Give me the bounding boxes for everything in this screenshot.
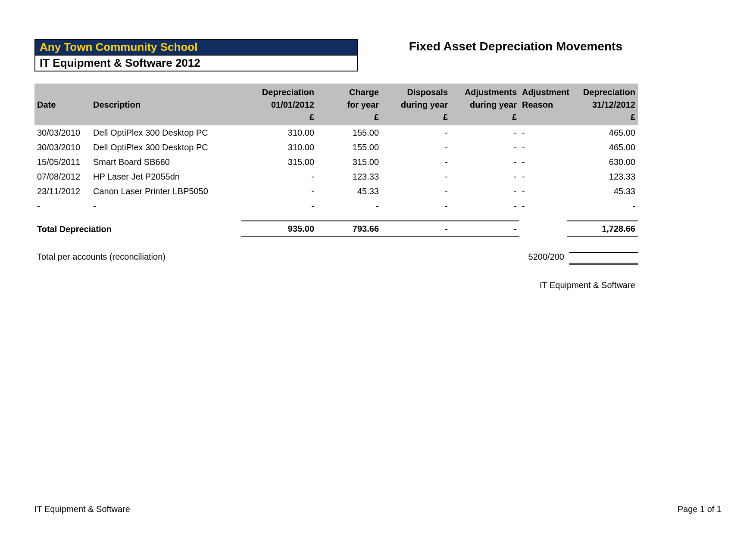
col-charge-l2: for year bbox=[317, 99, 381, 111]
cell-disposals: - bbox=[381, 140, 450, 155]
col-reason-l1: Adjustment bbox=[519, 84, 567, 99]
reconciliation-row: Total per accounts (reconciliation) 5200… bbox=[34, 237, 638, 267]
document-page: Any Town Community School IT Equipment &… bbox=[0, 0, 756, 534]
cell-charge: - bbox=[317, 199, 381, 213]
cell-adjustments: - bbox=[450, 125, 519, 140]
cell-adjustments: - bbox=[450, 155, 519, 169]
col-disposals-l2: during year bbox=[381, 99, 450, 111]
cell-date: 30/03/2010 bbox=[34, 140, 91, 155]
cell-description: Smart Board SB660 bbox=[91, 155, 241, 169]
cell-adjustments: - bbox=[450, 199, 519, 213]
cell-charge: 155.00 bbox=[317, 140, 381, 155]
col-close-l1: Depreciation bbox=[567, 84, 638, 99]
cell-reason: - bbox=[519, 199, 567, 213]
cell-open: - bbox=[241, 184, 317, 199]
cell-adjustments: - bbox=[450, 169, 519, 184]
cell-disposals: - bbox=[381, 169, 450, 184]
report-title: Fixed Asset Depreciation Movements bbox=[409, 39, 722, 53]
currency-symbol: £ bbox=[381, 111, 450, 125]
reconciliation-label: Total per accounts (reconciliation) bbox=[34, 237, 450, 267]
cell-open: - bbox=[241, 169, 317, 184]
cell-description: Dell OptiPlex 300 Desktop PC bbox=[91, 140, 241, 155]
cell-reason: - bbox=[519, 140, 567, 155]
page-footer: IT Equipment & Software Page 1 of 1 bbox=[34, 504, 722, 514]
cell-charge: 45.33 bbox=[317, 184, 381, 199]
col-date: Date bbox=[34, 99, 91, 111]
cell-charge: 123.33 bbox=[317, 169, 381, 184]
table-row: 30/03/2010Dell OptiPlex 300 Desktop PC31… bbox=[34, 125, 638, 140]
cell-date: 07/08/2012 bbox=[34, 169, 91, 184]
cell-reason: - bbox=[519, 125, 567, 140]
table-body: 30/03/2010Dell OptiPlex 300 Desktop PC31… bbox=[34, 125, 638, 213]
totals-open: 935.00 bbox=[241, 221, 317, 237]
cell-adjustments: - bbox=[450, 184, 519, 199]
cell-disposals: - bbox=[381, 199, 450, 213]
footer-right: Page 1 of 1 bbox=[678, 504, 722, 514]
cell-disposals: - bbox=[381, 125, 450, 140]
reconciliation-blank bbox=[567, 237, 638, 267]
totals-close: 1,728.66 bbox=[567, 221, 638, 237]
totals-charge: 793.66 bbox=[317, 221, 381, 237]
cell-description: Canon Laser Printer LBP5050 bbox=[91, 184, 241, 199]
cell-open: 310.00 bbox=[241, 125, 317, 140]
category-title: IT Equipment & Software 2012 bbox=[35, 56, 357, 71]
table-row: 30/03/2010Dell OptiPlex 300 Desktop PC31… bbox=[34, 140, 638, 155]
depreciation-table-wrap: Depreciation Charge Disposals Adjustment… bbox=[34, 84, 722, 290]
cell-reason: - bbox=[519, 184, 567, 199]
cell-open: 310.00 bbox=[241, 140, 317, 155]
cell-date: 23/11/2012 bbox=[34, 184, 91, 199]
currency-symbol: £ bbox=[241, 111, 317, 125]
currency-symbol: £ bbox=[450, 111, 519, 125]
cell-adjustments: - bbox=[450, 140, 519, 155]
col-charge-l1: Charge bbox=[317, 84, 381, 99]
currency-symbol: £ bbox=[567, 111, 638, 125]
reconciliation-account: 5200/200 bbox=[450, 237, 567, 267]
cell-close: - bbox=[567, 199, 638, 213]
col-disposals-l1: Disposals bbox=[381, 84, 450, 99]
cell-date: - bbox=[34, 199, 91, 213]
col-open-l2: 01/01/2012 bbox=[241, 99, 317, 111]
totals-adjustments: - bbox=[450, 221, 519, 237]
cell-description: - bbox=[91, 199, 241, 213]
col-open-l1: Depreciation bbox=[241, 84, 317, 99]
col-adjustments-l1: Adjustments bbox=[450, 84, 519, 99]
cell-description: HP Laser Jet P2055dn bbox=[91, 169, 241, 184]
depreciation-table: Depreciation Charge Disposals Adjustment… bbox=[34, 84, 638, 267]
cell-close: 465.00 bbox=[567, 125, 638, 140]
footer-left: IT Equipment & Software bbox=[34, 504, 130, 514]
table-row: -------- bbox=[34, 199, 638, 213]
header: Any Town Community School IT Equipment &… bbox=[34, 39, 722, 71]
cell-open: - bbox=[241, 199, 317, 213]
totals-row: Total Depreciation 935.00 793.66 - - 1,7… bbox=[34, 221, 638, 237]
cell-close: 630.00 bbox=[567, 155, 638, 169]
col-adjustments-l2: during year bbox=[450, 99, 519, 111]
cell-date: 30/03/2010 bbox=[34, 125, 91, 140]
cell-close: 45.33 bbox=[567, 184, 638, 199]
cell-charge: 155.00 bbox=[317, 125, 381, 140]
cell-reason: - bbox=[519, 169, 567, 184]
cell-reason: - bbox=[519, 155, 567, 169]
cell-open: 315.00 bbox=[241, 155, 317, 169]
cell-disposals: - bbox=[381, 155, 450, 169]
cell-charge: 315.00 bbox=[317, 155, 381, 169]
col-close-l2: 31/12/2012 bbox=[567, 99, 638, 111]
totals-disposals: - bbox=[381, 221, 450, 237]
currency-symbol: £ bbox=[317, 111, 381, 125]
cell-description: Dell OptiPlex 300 Desktop PC bbox=[91, 125, 241, 140]
table-row: 23/11/2012Canon Laser Printer LBP5050-45… bbox=[34, 184, 638, 199]
cell-close: 123.33 bbox=[567, 169, 638, 184]
cell-date: 15/05/2011 bbox=[34, 155, 91, 169]
school-name: Any Town Community School bbox=[35, 40, 357, 56]
totals-label: Total Depreciation bbox=[34, 221, 241, 237]
category-footer-label: IT Equipment & Software bbox=[34, 280, 638, 290]
table-header: Depreciation Charge Disposals Adjustment… bbox=[34, 84, 638, 125]
col-reason-l2: Reason bbox=[519, 99, 567, 111]
col-description: Description bbox=[91, 99, 241, 111]
table-row: 07/08/2012HP Laser Jet P2055dn-123.33---… bbox=[34, 169, 638, 184]
cell-disposals: - bbox=[381, 184, 450, 199]
cell-close: 465.00 bbox=[567, 140, 638, 155]
table-row: 15/05/2011Smart Board SB660315.00315.00-… bbox=[34, 155, 638, 169]
school-box: Any Town Community School IT Equipment &… bbox=[34, 39, 358, 71]
